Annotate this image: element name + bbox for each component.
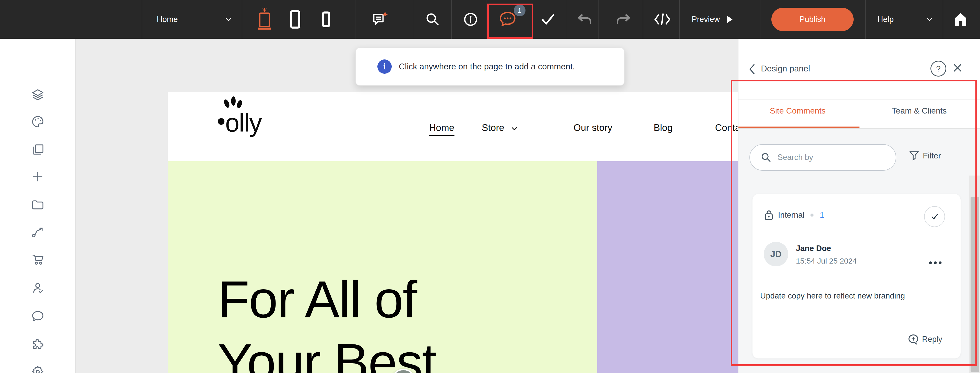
comment-thread-card: Internal 1 JD Jane Doe 15:54 Jul 25 2024… [752,194,961,359]
page-selector[interactable]: Home [157,15,178,24]
design-palette-icon[interactable] [31,115,45,129]
desktop-view-button[interactable] [256,6,273,32]
preview-label: Preview [692,15,720,24]
panel-body: Filter Internal 1 JD Jane Doe 15:54 Jul … [738,129,980,373]
help-label: Help [877,15,894,24]
ai-assistant-icon[interactable] [371,11,389,28]
more-options-icon[interactable] [928,261,942,265]
tooltip-text: Click anywhere on the page to add a comm… [399,62,575,71]
search-icon [760,152,772,163]
page-selector-chevron-icon[interactable] [225,17,232,22]
search-box[interactable] [749,144,896,171]
members-icon[interactable] [31,281,45,295]
paw-icon [215,97,249,135]
saved-check-icon[interactable] [540,11,556,27]
search-icon[interactable] [425,12,440,27]
reply-button[interactable]: Reply [908,334,942,345]
apps-puzzle-icon[interactable] [31,338,45,352]
chevron-down-icon [511,126,517,131]
site-nav-home[interactable]: Home [429,122,455,136]
page-selector-label: Home [157,15,178,24]
scrollbar-thumb[interactable] [970,197,979,372]
workflows-icon[interactable] [31,225,45,239]
site-logo: olly [225,108,261,138]
back-icon[interactable] [748,63,756,75]
comment-timestamp: 15:54 Jul 25 2024 [796,257,857,265]
hero-heading: For All of Your Best [218,268,436,373]
panel-title: Design panel [761,64,810,73]
filter-funnel-icon [909,150,919,161]
tab-site-comments[interactable]: Site Comments [770,106,826,116]
lock-icon [764,209,774,221]
panel-help-icon[interactable]: ? [931,61,946,76]
card-divider [760,237,953,237]
code-icon[interactable] [654,11,671,27]
settings-gear-icon[interactable] [31,365,45,373]
store-cart-icon[interactable] [31,253,45,267]
editor-screen: olly Home Store Our story Blog Contact u… [0,0,980,373]
comments-panel: Design panel ? Site Comments Team & Clie… [738,39,980,373]
tab-team-clients[interactable]: Team & Clients [892,106,947,116]
add-elements-icon[interactable] [31,170,45,184]
info-icon: i [377,59,392,74]
help-menu[interactable]: Help [877,15,894,24]
publish-button[interactable]: Publish [772,8,854,31]
pages-icon[interactable] [31,143,45,156]
redo-icon[interactable] [615,12,631,27]
chat-icon[interactable] [31,309,45,323]
comment-count[interactable]: 1 [819,211,824,220]
layers-icon[interactable] [31,88,45,102]
site-nav-blog[interactable]: Blog [654,122,673,133]
panel-scrollbar[interactable] [969,176,980,373]
filter-button[interactable]: Filter [909,150,941,161]
check-icon [929,211,940,222]
media-folder-icon[interactable] [31,198,45,212]
help-chevron-icon[interactable] [926,17,932,21]
resolve-button[interactable] [924,206,945,227]
top-toolbar: Home [0,0,980,39]
site-nav-store[interactable]: Store [482,122,518,133]
info-icon[interactable] [463,12,478,27]
filter-label: Filter [923,151,941,160]
comment-text: Update copy here to reflect new branding [760,288,934,303]
hero-green-panel: For All of Your Best [168,161,597,373]
comment-mode-tooltip: i Click anywhere on the page to add a co… [355,48,625,86]
play-icon [727,15,733,24]
mobile-view-button[interactable] [322,11,331,27]
left-sidebar [0,39,76,373]
thread-header: Internal 1 [764,209,824,221]
dashboard-home-icon[interactable] [953,12,968,27]
reply-label: Reply [922,335,942,344]
preview-button[interactable]: Preview [692,15,733,24]
author-name: Jane Doe [796,244,831,253]
dot-separator [810,214,813,217]
panel-header: Design panel ? [738,39,980,99]
comments-count-badge: 1 [514,5,525,16]
undo-icon[interactable] [577,12,593,27]
tablet-view-button[interactable] [290,10,301,29]
reply-bubble-icon [908,334,919,345]
visibility-label: Internal [778,211,804,220]
active-tab-underline [738,127,859,128]
publish-label: Publish [799,15,826,24]
search-input[interactable] [777,152,875,162]
site-nav-our-story[interactable]: Our story [573,122,612,133]
avatar: JD [764,242,788,267]
close-icon[interactable] [952,62,963,73]
